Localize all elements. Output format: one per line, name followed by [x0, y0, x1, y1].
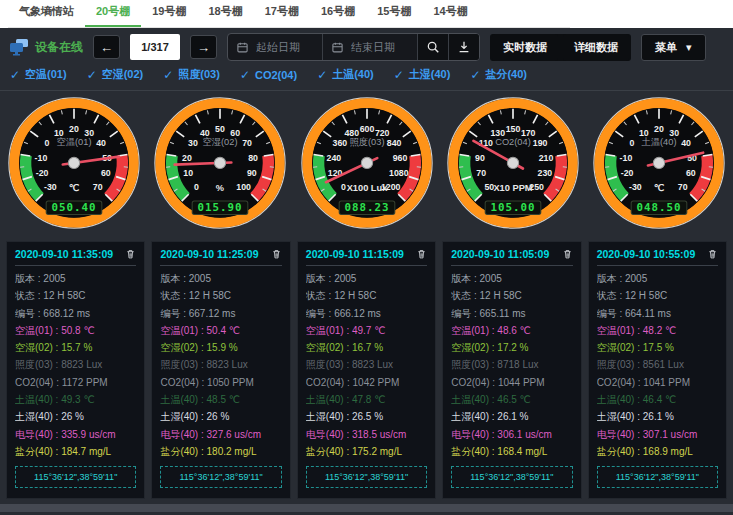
tab-7[interactable]: 14号棚: [423, 0, 479, 27]
row-label: 盐分(40): [15, 446, 53, 457]
tab-2[interactable]: 19号棚: [141, 0, 197, 27]
prev-page-button[interactable]: ←: [93, 35, 120, 59]
data-row: 照度(03) : 8823 Lux: [160, 356, 281, 373]
filter-label: 土湿(40): [409, 67, 451, 82]
gauge-tick-label: 20: [69, 124, 79, 134]
row-label: 盐分(40): [160, 446, 198, 457]
filter-2[interactable]: ✓照度(03): [163, 67, 220, 82]
data-row: 版本 : 2005: [306, 270, 427, 287]
delete-button[interactable]: [707, 248, 718, 260]
start-date-input[interactable]: [254, 40, 314, 54]
delete-button[interactable]: [562, 248, 573, 260]
data-row: 版本 : 2005: [451, 270, 572, 287]
filter-0[interactable]: ✓空温(01): [10, 67, 67, 82]
download-button[interactable]: [448, 34, 479, 60]
row-label: 照度(03): [306, 359, 344, 370]
gauge-tick-label: 70: [242, 138, 252, 148]
gps-coordinates-button[interactable]: 115°36'12",38°59'11": [160, 466, 281, 488]
row-label: 状态: [597, 290, 617, 301]
tab-3[interactable]: 18号棚: [198, 0, 254, 27]
data-row: 状态 : 12 H 58C: [306, 287, 427, 304]
end-date-input[interactable]: [349, 40, 409, 54]
gauge-tick-label: -10: [620, 153, 633, 163]
row-value: 48.6 ℃: [497, 325, 530, 336]
search-button[interactable]: [417, 34, 448, 60]
row-label: CO2(04): [451, 377, 489, 388]
gauge-tick-label: 0: [194, 182, 199, 192]
filter-6[interactable]: ✓盐分(40): [470, 67, 527, 82]
filter-5[interactable]: ✓土湿(40): [394, 67, 451, 82]
data-row: 状态 : 12 H 58C: [597, 287, 718, 304]
data-row: 空温(01) : 50.4 ℃: [160, 322, 281, 339]
tab-1[interactable]: 20号棚: [85, 0, 141, 27]
filter-label: 空湿(02): [102, 67, 144, 82]
check-icon: ✓: [87, 68, 97, 82]
page-indicator-input[interactable]: [130, 34, 180, 60]
row-value: 1044 PPM: [498, 377, 545, 388]
horizontal-scrollbar[interactable]: [0, 504, 733, 512]
row-label: 土湿(40): [597, 411, 635, 422]
tab-strip: 气象墒情站20号棚19号棚18号棚17号棚16号棚15号棚14号棚: [8, 0, 570, 28]
filter-3[interactable]: ✓CO2(04): [240, 67, 297, 82]
row-value: 15.9 %: [207, 342, 238, 353]
top-tab-bar: 气象墒情站20号棚19号棚18号棚17号棚16号棚15号棚14号棚: [0, 0, 733, 28]
data-row: CO2(04) : 1044 PPM: [451, 374, 572, 391]
row-value: 12 H 58C: [625, 290, 667, 301]
realtime-data-button[interactable]: 实时数据: [492, 34, 558, 61]
row-value: 46.4 ℃: [643, 394, 676, 405]
row-label: 土湿(40): [160, 411, 198, 422]
tab-6[interactable]: 15号棚: [366, 0, 422, 27]
data-row: 空温(01) : 48.2 ℃: [597, 322, 718, 339]
data-row: 土湿(40) : 26 %: [160, 408, 281, 425]
gps-coordinates-button[interactable]: 115°36'12",38°59'11": [451, 466, 572, 488]
filter-1[interactable]: ✓空湿(02): [87, 67, 144, 82]
detail-data-button[interactable]: 详细数据: [563, 34, 629, 61]
delete-button[interactable]: [271, 248, 282, 260]
row-label: 电导(40): [15, 429, 53, 440]
delete-button[interactable]: [416, 248, 427, 260]
filter-4[interactable]: ✓土温(40): [317, 67, 374, 82]
tab-5[interactable]: 16号棚: [310, 0, 366, 27]
row-label: 状态: [306, 290, 326, 301]
row-value: 2005: [334, 273, 356, 284]
gauge-tick-label: 50: [215, 124, 225, 134]
row-value: 2005: [43, 273, 65, 284]
end-date-field[interactable]: [322, 34, 417, 60]
tab-4[interactable]: 17号棚: [254, 0, 310, 27]
gauge-tick-label: 190: [533, 138, 548, 148]
row-label: 照度(03): [160, 359, 198, 370]
calendar-icon: [331, 41, 344, 54]
gauge-tick-label: 60: [101, 168, 111, 178]
menu-button[interactable]: 菜单 ▾: [641, 34, 706, 61]
search-icon: [426, 40, 440, 54]
data-row: CO2(04) : 1042 PPM: [306, 374, 427, 391]
row-value: 26.1 %: [497, 411, 528, 422]
row-label: 土湿(40): [15, 411, 53, 422]
row-label: 空温(01): [451, 325, 489, 336]
gps-coordinates-button[interactable]: 115°36'12",38°59'11": [597, 466, 718, 488]
data-row: 编号 : 668.12 ms: [15, 305, 136, 322]
gauge-tick-label: 600: [359, 124, 374, 134]
gauge-tick-label: 40: [681, 138, 691, 148]
gauge-hub: [68, 157, 79, 168]
gauge-led-display: 048.50: [636, 201, 681, 214]
data-row: 电导(40) : 318.5 us/cm: [306, 426, 427, 443]
gauge-row: -30-20-10010203040506070空温(01)℃050.40010…: [0, 91, 733, 236]
data-row: 空湿(02) : 15.7 %: [15, 339, 136, 356]
data-row: 土温(40) : 49.3 ℃: [15, 391, 136, 408]
gauge-unit: X10 PPM: [493, 183, 532, 193]
filter-label: 照度(03): [178, 67, 220, 82]
gauge-tick-label: 960: [392, 153, 407, 163]
gauge-tick-label: -10: [35, 153, 48, 163]
gauge-tick-label: 20: [182, 153, 192, 163]
delete-button[interactable]: [125, 248, 136, 260]
data-row: 盐分(40) : 168.9 mg/L: [597, 443, 718, 460]
row-value: 2005: [189, 273, 211, 284]
tab-0[interactable]: 气象墒情站: [8, 0, 85, 27]
gps-coordinates-button[interactable]: 115°36'12",38°59'11": [306, 466, 427, 488]
row-label: 编号: [160, 308, 180, 319]
next-page-button[interactable]: →: [190, 35, 217, 59]
gps-coordinates-button[interactable]: 115°36'12",38°59'11": [15, 466, 136, 488]
row-label: 土温(40): [597, 394, 635, 405]
start-date-field[interactable]: [228, 34, 322, 60]
